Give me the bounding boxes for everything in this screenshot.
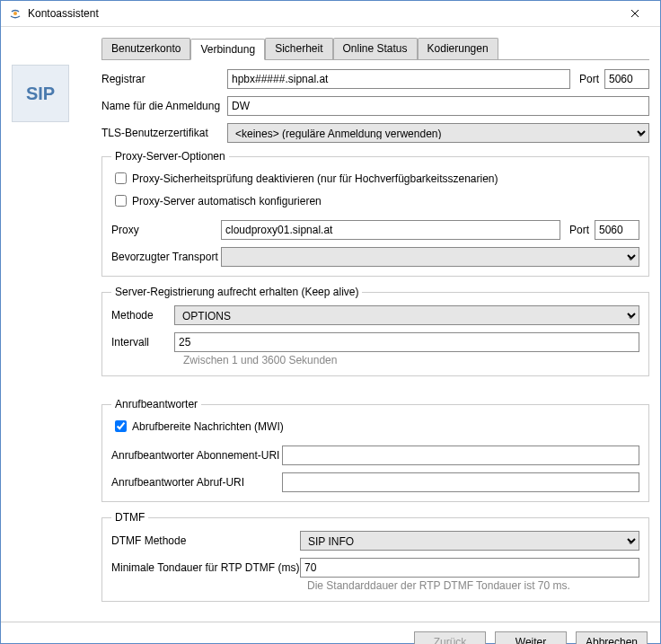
- registrar-label: Registrar: [101, 73, 227, 85]
- dtmf-min-input[interactable]: [300, 558, 639, 578]
- interval-label: Intervall: [111, 336, 174, 348]
- proxy-sec-disable-checkbox[interactable]: [115, 172, 127, 184]
- proxy-auto-label: Proxy-Server automatisch konfigurieren: [132, 195, 322, 207]
- mwi-label: Abrufbereite Nachrichten (MWI): [132, 420, 284, 433]
- voicemail-fieldset: Anrufbeantworter Abrufbereite Nachrichte…: [101, 398, 649, 502]
- svg-point-0: [13, 12, 17, 15]
- tab-sicherheit[interactable]: Sicherheit: [265, 38, 332, 59]
- tabs: Benutzerkonto Verbindung Sicherheit Onli…: [101, 38, 649, 60]
- keepalive-legend: Server-Registrierung aufrecht erhalten (…: [111, 286, 362, 298]
- keepalive-fieldset: Server-Registrierung aufrecht erhalten (…: [101, 286, 649, 376]
- proxy-legend: Proxy-Server-Optionen: [111, 150, 229, 163]
- dtmf-hint: Die Standarddauer der RTP DTMF Tondauer …: [111, 579, 639, 592]
- body: SIP Benutzerkonto Verbindung Sicherheit …: [1, 27, 660, 622]
- footer: Zurück Weiter Abbrechen: [1, 622, 660, 644]
- pref-transport-select[interactable]: [221, 247, 639, 267]
- interval-hint: Zwischen 1 und 3600 Sekunden: [111, 354, 639, 366]
- login-name-input[interactable]: [227, 96, 649, 116]
- registrar-port-label: Port: [579, 73, 599, 85]
- pref-transport-label: Bevorzugter Transport: [111, 251, 221, 263]
- dtmf-method-select[interactable]: SIP INFO: [300, 531, 639, 551]
- tab-benutzerkonto[interactable]: Benutzerkonto: [101, 38, 190, 59]
- icon-column: SIP: [12, 38, 84, 611]
- tab-content: Registrar Port Name für die Anmeldung TL…: [101, 60, 649, 611]
- window-title: Kontoassistent: [28, 7, 617, 20]
- registrar-input[interactable]: [227, 69, 570, 89]
- back-button[interactable]: Zurück: [414, 631, 486, 644]
- method-label: Methode: [111, 309, 174, 322]
- vm-fetch-uri-label: Anrufbeantworter Abruf-URI: [111, 476, 282, 489]
- window: Kontoassistent SIP Benutzerkonto Verbind…: [0, 0, 661, 644]
- proxy-input[interactable]: [221, 220, 560, 240]
- proxy-auto-checkbox[interactable]: [115, 195, 127, 207]
- voicemail-legend: Anrufbeantworter: [111, 398, 201, 410]
- proxy-sec-disable-label: Proxy-Sicherheitsprüfung deaktivieren (n…: [132, 172, 498, 185]
- sip-badge: SIP: [12, 65, 69, 122]
- proxy-label: Proxy: [111, 224, 221, 236]
- tab-verbindung[interactable]: Verbindung: [190, 39, 265, 60]
- vm-fetch-uri-input[interactable]: [282, 472, 639, 492]
- vm-sub-uri-input[interactable]: [282, 446, 639, 465]
- dtmf-fieldset: DTMF DTMF Methode SIP INFO ⌄ Minimale To…: [101, 511, 649, 602]
- app-icon: [8, 6, 22, 21]
- dtmf-method-label: DTMF Methode: [111, 534, 300, 547]
- close-button[interactable]: [617, 1, 653, 26]
- vm-sub-uri-label: Anrufbeantworter Abonnement-URI: [111, 449, 282, 462]
- next-button[interactable]: Weiter: [495, 631, 567, 644]
- tab-online-status[interactable]: Online Status: [333, 38, 418, 59]
- dtmf-legend: DTMF: [111, 511, 148, 524]
- proxy-fieldset: Proxy-Server-Optionen Proxy-Sicherheitsp…: [101, 150, 649, 277]
- login-name-label: Name für die Anmeldung: [101, 100, 227, 112]
- tls-cert-select[interactable]: <keines> (reguläre Anmeldung verwenden): [227, 123, 649, 143]
- tab-kodierungen[interactable]: Kodierungen: [418, 38, 498, 59]
- form-column: Benutzerkonto Verbindung Sicherheit Onli…: [101, 38, 649, 611]
- registrar-port-input[interactable]: [604, 69, 649, 89]
- method-select[interactable]: OPTIONS: [174, 305, 639, 325]
- proxy-port-input[interactable]: [595, 220, 639, 240]
- tls-cert-label: TLS-Benutzerzertifikat: [101, 127, 227, 139]
- proxy-port-label: Port: [569, 224, 589, 236]
- close-icon: [630, 9, 639, 18]
- titlebar: Kontoassistent: [1, 1, 660, 27]
- mwi-checkbox[interactable]: [115, 420, 127, 432]
- cancel-button[interactable]: Abbrechen: [576, 631, 648, 644]
- dtmf-min-label: Minimale Tondauer für RTP DTMF (ms): [111, 561, 300, 574]
- interval-input[interactable]: [174, 332, 639, 352]
